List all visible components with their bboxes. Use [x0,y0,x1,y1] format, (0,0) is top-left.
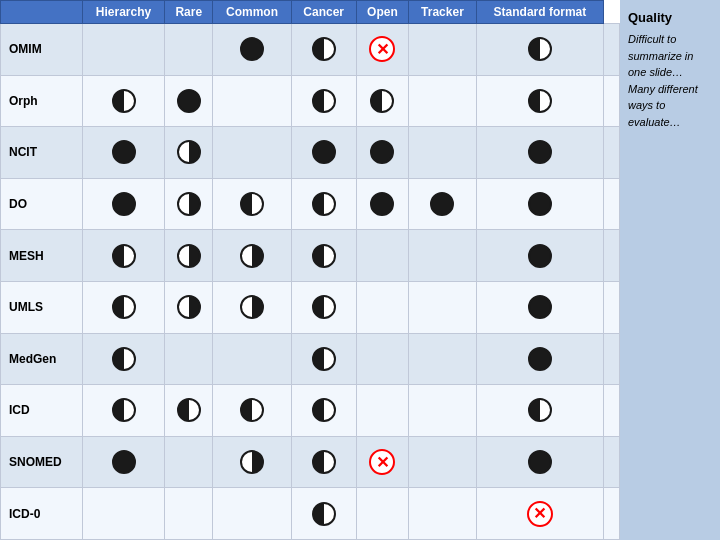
icon-container [219,192,285,216]
icon-container [483,37,598,61]
half-left-circle-icon [528,89,552,113]
icon-container [171,398,206,422]
icon-container [298,140,350,164]
icon-cell [604,281,620,333]
icon-cell [165,230,213,282]
icon-cell [213,24,292,76]
half-left-circle-icon [312,502,336,526]
icon-container [363,89,403,113]
icon-container [298,295,350,319]
half-left-circle-icon [112,295,136,319]
row-label: DO [1,178,83,230]
table-row: ICD [1,385,620,437]
row-label: SNOMED [1,436,83,488]
table-area: Hierarchy Rare Common Cancer Open Tracke… [0,0,620,540]
icon-container [89,347,159,371]
half-left-circle-icon [312,89,336,113]
table-row: DO [1,178,620,230]
icon-cell [213,281,292,333]
icon-container [298,192,350,216]
icon-container [298,89,350,113]
col-tracker: Tracker [409,1,476,24]
icon-cell [165,488,213,540]
table-row: Orph [1,75,620,127]
table-row: MESH [1,230,620,282]
half-left-circle-icon [312,347,336,371]
icon-cell [476,230,604,282]
half-left-circle-icon [112,398,136,422]
header-row: Hierarchy Rare Common Cancer Open Tracke… [1,1,620,24]
row-label: MedGen [1,333,83,385]
icon-cell [409,281,476,333]
icon-cell [604,75,620,127]
icon-cell [213,127,292,179]
icon-cell [476,436,604,488]
icon-cell [213,75,292,127]
icon-cell [356,385,409,437]
icon-cell [356,281,409,333]
icon-cell [604,436,620,488]
icon-cell [476,178,604,230]
icon-cell [409,24,476,76]
icon-cell [356,75,409,127]
icon-container [171,192,206,216]
icon-cell [82,385,165,437]
col-common: Common [213,1,292,24]
icon-cell [356,127,409,179]
table-row: OMIM✕ [1,24,620,76]
icon-cell [82,436,165,488]
half-right-circle-icon [177,295,201,319]
icon-container [219,450,285,474]
icon-container: ✕ [483,501,598,527]
icon-cell [82,127,165,179]
x-circle-icon: ✕ [369,449,395,475]
table-row: SNOMED✕ [1,436,620,488]
icon-container: ✕ [363,36,403,62]
icon-cell [604,385,620,437]
table-row: ICD-0✕ [1,488,620,540]
half-right-circle-icon [177,192,201,216]
comparison-table: Hierarchy Rare Common Cancer Open Tracke… [0,0,620,540]
icon-cell [604,24,620,76]
icon-cell [356,488,409,540]
icon-cell [82,488,165,540]
icon-cell [409,488,476,540]
icon-container [89,450,159,474]
icon-cell [291,281,356,333]
icon-container [483,192,598,216]
row-label: MESH [1,230,83,282]
icon-container [171,295,206,319]
icon-container [483,347,598,371]
icon-container [483,295,598,319]
icon-cell [476,127,604,179]
quality-text: Difficult to summarize in one slide… Man… [628,31,712,130]
row-label: UMLS [1,281,83,333]
half-right-circle-icon [240,295,264,319]
icon-cell [82,333,165,385]
icon-cell [165,281,213,333]
row-label: ICD-0 [1,488,83,540]
icon-cell: ✕ [356,24,409,76]
half-right-circle-icon [240,244,264,268]
icon-cell [82,178,165,230]
icon-cell [165,127,213,179]
col-hierarchy: Hierarchy [82,1,165,24]
table-row: NCIT [1,127,620,179]
icon-cell [409,333,476,385]
half-left-circle-icon [528,37,552,61]
row-label: Orph [1,75,83,127]
half-left-circle-icon [370,89,394,113]
icon-cell [291,75,356,127]
quality-panel: Quality Difficult to summarize in one sl… [620,0,720,540]
col-rare: Rare [165,1,213,24]
full-circle-icon [370,192,394,216]
half-left-circle-icon [312,244,336,268]
icon-cell [604,178,620,230]
icon-cell [165,75,213,127]
half-left-circle-icon [312,192,336,216]
icon-cell [409,178,476,230]
icon-cell [291,488,356,540]
icon-container [89,244,159,268]
icon-cell [409,436,476,488]
icon-cell [409,127,476,179]
